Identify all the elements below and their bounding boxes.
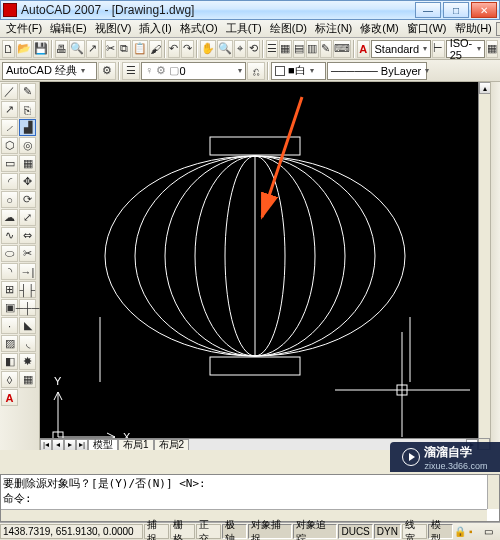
new-icon[interactable]: 🗋 (2, 40, 15, 58)
move-icon[interactable]: ✥ (19, 173, 36, 190)
vscrollbar[interactable]: ▴ (478, 82, 490, 438)
match-icon[interactable]: 🖌 (149, 40, 162, 58)
lwt-toggle[interactable]: 线宽 (402, 524, 427, 539)
open-icon[interactable]: 📂 (16, 40, 32, 58)
copy-obj-icon[interactable]: ⎘ (19, 101, 36, 118)
color-combo[interactable]: ■白▾ (271, 62, 326, 80)
markup-icon[interactable]: ✎ (320, 40, 333, 58)
layer-props-icon[interactable]: ☰ (122, 62, 140, 80)
array-icon[interactable]: ▦ (19, 155, 36, 172)
ortho-toggle[interactable]: 正交 (196, 524, 221, 539)
workspace-combo[interactable]: AutoCAD 经典▾ (2, 62, 97, 80)
ellipse-icon[interactable]: ⬭ (1, 245, 18, 262)
cut-icon[interactable]: ✂ (105, 40, 118, 58)
menu-window[interactable]: 窗口(W) (403, 20, 451, 37)
print-icon[interactable]: 🖶 (55, 40, 68, 58)
tab-next-icon[interactable]: ▸ (64, 439, 76, 451)
zoomwin-icon[interactable]: ⌖ (234, 40, 247, 58)
tablestyle-icon[interactable]: ▦ (486, 40, 499, 58)
circle-icon[interactable]: ○ (1, 191, 18, 208)
dyn-toggle[interactable]: DYN (374, 524, 401, 539)
tab-layout1[interactable]: 布局1 (118, 439, 154, 451)
cmd-prompt[interactable]: 命令: (3, 491, 497, 506)
menu-insert[interactable]: 插入(I) (135, 20, 175, 37)
menu-view[interactable]: 视图(V) (91, 20, 136, 37)
calc-icon[interactable]: ⌨ (333, 40, 351, 58)
preview-icon[interactable]: 🔍 (69, 40, 85, 58)
zoom-icon[interactable]: 🔍 (217, 40, 233, 58)
layer-combo[interactable]: ♀ ⚙ ▢ 0▾ (141, 62, 246, 80)
rotate-icon[interactable]: ⟳ (19, 191, 36, 208)
publish-icon[interactable]: ↗ (86, 40, 99, 58)
textstyle-combo[interactable]: Standard▾ (371, 40, 432, 58)
tray-settings-icon[interactable]: ▪ (469, 526, 481, 538)
ducs-toggle[interactable]: DUCS (338, 524, 372, 539)
scale-icon[interactable]: ⤢ (19, 209, 36, 226)
toolpal-icon[interactable]: ▤ (293, 40, 306, 58)
model-toggle[interactable]: 模型 (428, 524, 453, 539)
join-icon[interactable]: ─┼─ (19, 299, 36, 316)
zoomprev-icon[interactable]: ⟲ (247, 40, 260, 58)
menu-format[interactable]: 格式(O) (176, 20, 222, 37)
tab-prev-icon[interactable]: ◂ (52, 439, 64, 451)
break-icon[interactable]: ┤├ (19, 281, 36, 298)
linetype-combo[interactable]: ────── ByLayer▾ (327, 62, 427, 80)
tab-model[interactable]: 模型 (88, 439, 118, 451)
save-icon[interactable]: 💾 (33, 40, 49, 58)
dc-icon[interactable]: ▦ (279, 40, 292, 58)
menu-file[interactable]: 文件(F) (2, 20, 46, 37)
trim-icon[interactable]: ✂ (19, 245, 36, 262)
stretch-icon[interactable]: ⇔ (19, 227, 36, 244)
menu-dim[interactable]: 标注(N) (311, 20, 356, 37)
paste-icon[interactable]: 📋 (132, 40, 148, 58)
xline-icon[interactable]: ↗ (1, 101, 18, 118)
region-icon[interactable]: ◊ (1, 371, 18, 388)
tab-first-icon[interactable]: |◂ (40, 439, 52, 451)
redo-icon[interactable]: ↷ (181, 40, 194, 58)
ssm-icon[interactable]: ▥ (306, 40, 319, 58)
menu-help[interactable]: 帮助(H) (451, 20, 496, 37)
arc-icon[interactable]: ◜ (1, 173, 18, 190)
dimstyle-icon[interactable]: ⊢ (432, 40, 445, 58)
vscroll-up-icon[interactable]: ▴ (479, 82, 490, 94)
snap-toggle[interactable]: 捕捉 (144, 524, 169, 539)
minimize-button[interactable]: — (415, 2, 441, 18)
cmd-vscroll[interactable] (487, 475, 499, 509)
chamfer-icon[interactable]: ◣ (19, 317, 36, 334)
ellarc-icon[interactable]: ◝ (1, 263, 18, 280)
menu-modify[interactable]: 修改(M) (356, 20, 403, 37)
menu-draw[interactable]: 绘图(D) (266, 20, 311, 37)
menu-edit[interactable]: 编辑(E) (46, 20, 91, 37)
drawing-canvas[interactable]: X Y ▴ |◂ ◂ ▸ ▸| 模型 布局1 布局2 ▸ (40, 82, 490, 450)
pan-icon[interactable]: ✋ (200, 40, 216, 58)
rect-icon[interactable]: ▭ (1, 155, 18, 172)
coords-panel[interactable]: 1438.7319, 651.9130, 0.0000 (0, 524, 143, 539)
table-icon[interactable]: ▦ (19, 371, 36, 388)
mirror-icon[interactable]: ▟ (19, 119, 36, 136)
line-icon[interactable]: ／ (1, 83, 18, 100)
tab-layout2[interactable]: 布局2 (154, 439, 190, 451)
tab-last-icon[interactable]: ▸| (76, 439, 88, 451)
fillet-icon[interactable]: ◟ (19, 335, 36, 352)
revcloud-icon[interactable]: ☁ (1, 209, 18, 226)
block-icon[interactable]: ⊞ (1, 281, 18, 298)
mtext-icon[interactable]: A (1, 389, 18, 406)
doc-minimize-button[interactable]: – (496, 22, 500, 36)
extend-icon[interactable]: →| (19, 263, 36, 280)
otrack-toggle[interactable]: 对象追踪 (293, 524, 337, 539)
copy-icon[interactable]: ⧉ (118, 40, 131, 58)
polar-toggle[interactable]: 极轴 (222, 524, 247, 539)
layer-prev-icon[interactable]: ⎌ (247, 62, 265, 80)
gradient-icon[interactable]: ◧ (1, 353, 18, 370)
spline-icon[interactable]: ∿ (1, 227, 18, 244)
maximize-button[interactable]: □ (443, 2, 469, 18)
comm-center-icon[interactable]: 🔒 (454, 526, 466, 538)
pline-icon[interactable]: ⟋ (1, 119, 18, 136)
grid-toggle[interactable]: 栅格 (170, 524, 195, 539)
point-icon[interactable]: · (1, 317, 18, 334)
explode-icon[interactable]: ✸ (19, 353, 36, 370)
dimstyle-combo[interactable]: ISO-25▾ (446, 40, 485, 58)
undo-icon[interactable]: ↶ (168, 40, 181, 58)
offset-icon[interactable]: ◎ (19, 137, 36, 154)
osnap-toggle[interactable]: 对象捕捉 (248, 524, 292, 539)
